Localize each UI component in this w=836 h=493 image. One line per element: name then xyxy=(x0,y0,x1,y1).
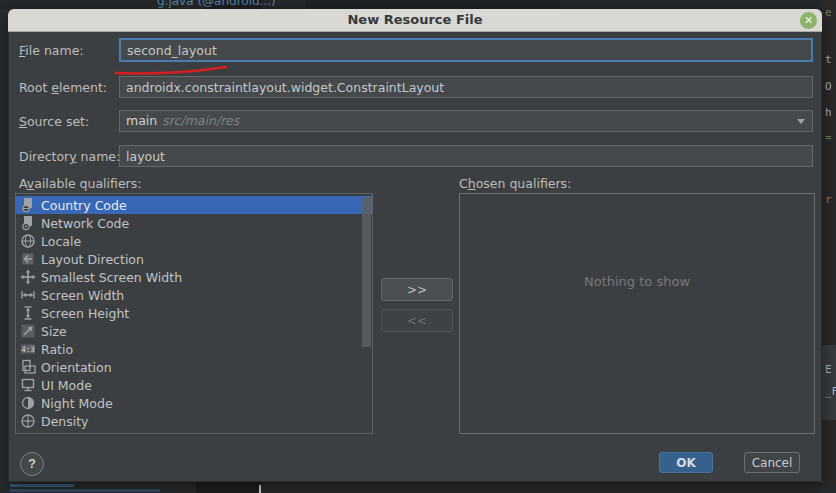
qualifier-item-density[interactable]: Density xyxy=(16,412,372,430)
qualifier-item-label: Locale xyxy=(41,234,81,249)
svg-text:4:3: 4:3 xyxy=(21,345,35,354)
available-qualifiers-label: Available qualifiers: xyxy=(19,176,141,191)
qualifier-item-layout-direction[interactable]: Layout Direction xyxy=(16,250,372,268)
chosen-qualifiers-panel[interactable]: Nothing to show xyxy=(459,193,815,434)
background-code-fragment: e xyxy=(825,6,832,19)
qualifier-item-network-code[interactable]: Network Code xyxy=(16,214,372,232)
list-scrollbar[interactable] xyxy=(362,196,371,433)
background-editor-right-strip: etOh=rE_F xyxy=(822,0,836,493)
source-set-combobox[interactable]: mainsrc/main/res xyxy=(119,110,813,132)
qualifier-item-label: Screen Height xyxy=(41,306,129,321)
remove-qualifier-button[interactable]: << xyxy=(381,309,453,332)
qualifier-item-locale[interactable]: Locale xyxy=(16,232,372,250)
source-set-label: Source set: xyxy=(19,114,89,129)
background-console-fragment xyxy=(10,484,74,487)
red-underline-annotation xyxy=(109,61,249,77)
screen-width-icon xyxy=(20,287,36,303)
root-element-input[interactable] xyxy=(119,76,813,98)
ui-mode-icon xyxy=(20,377,36,393)
add-qualifier-button[interactable]: >> xyxy=(381,278,453,301)
layout-direction-icon xyxy=(20,251,36,267)
file-name-label: File name: xyxy=(19,43,84,58)
orientation-icon xyxy=(20,359,36,375)
qualifier-item-label: Size xyxy=(41,324,67,339)
qualifier-item-label: Country Code xyxy=(41,198,127,213)
qualifier-item-label: Ratio xyxy=(41,342,73,357)
qualifier-item-label: Night Mode xyxy=(41,396,113,411)
background-statusbar-segment xyxy=(196,482,260,493)
empty-list-text: Nothing to show xyxy=(460,274,814,289)
root-element-label: Root element: xyxy=(19,80,107,95)
qualifier-item-label: Orientation xyxy=(41,360,112,375)
qualifier-item-label: Smallest Screen Width xyxy=(41,270,182,285)
background-console-fragment xyxy=(10,489,160,492)
qualifier-item-label: Layout Direction xyxy=(41,252,144,267)
qualifier-item-label: Screen Width xyxy=(41,288,124,303)
qualifier-item-label: UI Mode xyxy=(41,378,92,393)
night-mode-icon xyxy=(20,395,36,411)
qualifier-item-label: Network Code xyxy=(41,216,129,231)
dialog-titlebar[interactable]: New Resource File ✕ xyxy=(8,9,822,32)
qualifier-item-ui-mode[interactable]: UI Mode xyxy=(16,376,372,394)
qualifier-item-night-mode[interactable]: Night Mode xyxy=(16,394,372,412)
qualifier-item-orientation[interactable]: Orientation xyxy=(16,358,372,376)
background-code-fragment: r xyxy=(825,193,832,206)
source-set-path-hint: src/main/res xyxy=(162,113,239,128)
qualifier-item-screen-width[interactable]: Screen Width xyxy=(16,286,372,304)
ok-button[interactable]: OK xyxy=(659,452,713,473)
file-name-input[interactable] xyxy=(119,38,813,62)
list-scrollbar-thumb[interactable] xyxy=(362,197,371,347)
close-icon[interactable]: ✕ xyxy=(800,12,817,29)
qualifier-item-size[interactable]: Size xyxy=(16,322,372,340)
locale-icon xyxy=(20,233,36,249)
background-caret-fragment xyxy=(259,485,261,493)
directory-name-label: Directory name: xyxy=(19,149,120,164)
screen-height-icon xyxy=(20,305,36,321)
country-code-icon xyxy=(20,197,36,213)
qualifier-item-ratio[interactable]: 4:3Ratio xyxy=(16,340,372,358)
background-code-fragment: O xyxy=(825,80,832,93)
background-editor-panel-fragment xyxy=(822,345,836,420)
directory-name-input[interactable] xyxy=(119,145,813,167)
background-ide-top-strip: g.java (@android...) xyxy=(0,0,836,9)
smallest-screen-width-icon xyxy=(20,269,36,285)
background-ide-bottom-strip xyxy=(0,482,836,493)
dialog-title: New Resource File xyxy=(8,12,822,27)
source-set-value: main xyxy=(126,113,157,128)
qualifier-item-smallest-screen-width[interactable]: Smallest Screen Width xyxy=(16,268,372,286)
background-code-fragment: = xyxy=(825,131,832,144)
cancel-button[interactable]: Cancel xyxy=(744,452,800,473)
background-code-fragment: h xyxy=(825,106,832,119)
new-resource-file-dialog: New Resource File ✕ File name: Root elem… xyxy=(8,9,822,482)
qualifier-item-label: Density xyxy=(41,414,89,429)
chevron-down-icon[interactable] xyxy=(797,119,805,124)
ratio-icon: 4:3 xyxy=(20,341,36,357)
size-icon xyxy=(20,323,36,339)
background-tab-divider xyxy=(305,0,560,9)
dialog-body: File name: Root element: Source set: mai… xyxy=(8,32,822,482)
background-code-fragment: t xyxy=(825,53,832,66)
background-code-fragment: E xyxy=(825,363,832,376)
available-qualifiers-list[interactable]: Country CodeNetwork CodeLocaleLayout Dir… xyxy=(15,193,373,434)
chosen-qualifiers-label: Chosen qualifiers: xyxy=(459,176,571,191)
density-icon xyxy=(20,413,36,429)
qualifier-item-screen-height[interactable]: Screen Height xyxy=(16,304,372,322)
background-editor-tab-fragment: g.java (@android...) xyxy=(157,0,276,8)
qualifier-item-country-code[interactable]: Country Code xyxy=(16,196,372,214)
background-code-fragment: _F xyxy=(825,385,836,398)
help-button[interactable]: ? xyxy=(20,452,44,476)
network-code-icon xyxy=(20,215,36,231)
